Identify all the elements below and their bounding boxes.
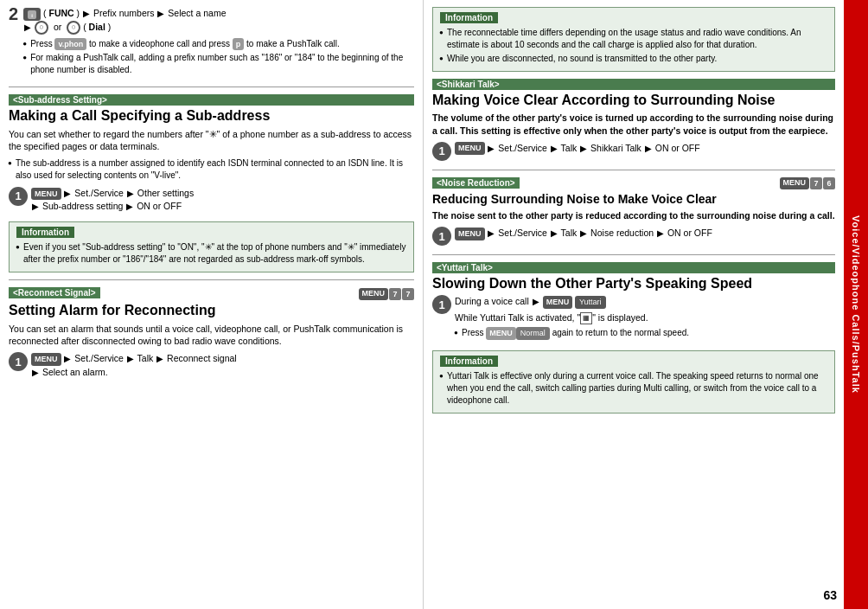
yuttari-step1-line2: While Yuttari Talk is activated, "▦" is … [455, 311, 835, 324]
noise-menu-nums: MENU 7 6 [780, 177, 836, 189]
grid-icon: ▦ [580, 312, 592, 324]
step-circle-1b: 1 [9, 352, 28, 371]
yuttari-btn: Yuttari [575, 296, 606, 309]
or-label: or [54, 22, 61, 32]
sub-address-title: Making a Call Specifying a Sub-address [9, 107, 414, 124]
num-7a: 7 [389, 288, 401, 300]
left-column: 2 i ( FUNC ) ▶ Prefix numbers ▶ Select a… [0, 0, 424, 609]
num-6a: 6 [823, 177, 835, 189]
menu-key-reconnect: MENU [359, 288, 389, 300]
info-box-1-bullet1: Even if you set "Sub-address setting" to… [23, 241, 406, 266]
reconnect-title: Setting Alarm for Reconnecting [9, 302, 414, 318]
shikkari-step1: 1 MENU ▶ Set./Service ▶ Talk ▶ Shikkari … [432, 142, 835, 161]
normal-btn: Normal [516, 327, 550, 340]
func-btn: ( FUNC ) [43, 8, 80, 18]
yuttari-title: Slowing Down the Other Party's Speaking … [432, 275, 835, 292]
reconnect-step1: 1 MENU ▶ Set./Service ▶ Talk ▶ Reconnect… [9, 352, 414, 379]
info-box-bottom: Information Yuttari Talk is effective on… [432, 350, 835, 413]
reconnect-step1-line: MENU ▶ Set./Service ▶ Talk ▶ Reconnect s… [31, 352, 414, 379]
menu-key-1c: MENU [455, 142, 485, 155]
shikkari-desc: The volume of the other party's voice is… [432, 112, 835, 137]
reconnect-step1-content: MENU ▶ Set./Service ▶ Talk ▶ Reconnect s… [31, 352, 414, 379]
shikkari-block: <Shikkari Talk> Making Voice Clear Accor… [432, 79, 835, 161]
menu-key-1b: MENU [31, 353, 61, 366]
step2-bullet1: Press v.phon to make a videophone call a… [30, 38, 414, 51]
shikkari-step1-line: MENU ▶ Set./Service ▶ Talk ▶ Shikkari Ta… [455, 142, 835, 156]
noise-step1-content: MENU ▶ Set./Service ▶ Talk ▶ Noise reduc… [455, 227, 835, 240]
info-box-1-header: Information [16, 227, 74, 238]
yuttari-step1-line1: During a voice call ▶ MENU Yuttari [455, 295, 835, 309]
sub-address-header: <Sub-address Setting> [9, 94, 414, 106]
sidebar-tab: Voice/Videophone Calls/PushTalk [844, 0, 868, 609]
dial-circle-icon: ○ [67, 21, 80, 35]
step-number-2: 2 [9, 5, 18, 22]
yuttari-step1-content: During a voice call ▶ MENU Yuttari While… [455, 295, 835, 341]
yuttari-step1: 1 During a voice call ▶ MENU Yuttari Whi… [432, 295, 835, 341]
pushtalk-btn-p: p [233, 38, 245, 51]
noise-step1: 1 MENU ▶ Set./Service ▶ Talk ▶ Noise red… [432, 227, 835, 246]
noise-reduction-header: <Noise Reduction> [432, 177, 520, 189]
sub-address-step1: 1 MENU ▶ Set./Service ▶ Other settings ▶… [9, 187, 414, 214]
step-circle-1c: 1 [432, 142, 451, 161]
step-circle-1d: 1 [432, 227, 451, 246]
noise-reduction-title: Reducing Surrounding Noise to Make Voice… [432, 192, 835, 207]
shikkari-header: <Shikkari Talk> [432, 79, 835, 90]
menu-key-1d: MENU [455, 228, 485, 240]
step2-bullet2: For making a PushTalk call, adding a pre… [30, 52, 414, 76]
info-bottom-bullet1: Yuttari Talk is effective only during a … [447, 370, 827, 407]
info-box-bottom-header: Information [440, 356, 498, 367]
select-name-label: Select a name [168, 8, 226, 18]
divider3 [432, 170, 835, 170]
prefix-numbers-label: Prefix numbers [93, 8, 155, 18]
num-7c: 7 [810, 177, 822, 189]
reconnect-header: <Reconnect Signal> [9, 287, 100, 298]
noise-step1-line: MENU ▶ Set./Service ▶ Talk ▶ Noise reduc… [455, 227, 835, 240]
step2-block: 2 i ( FUNC ) ▶ Prefix numbers ▶ Select a… [9, 7, 414, 78]
info-box-top: Information The reconnectable time diffe… [432, 7, 835, 72]
menu-key-yuttari: MENU [543, 296, 573, 309]
func-icon-btn: i [23, 8, 41, 21]
noise-reduction-desc: The noise sent to the other party is red… [432, 209, 835, 222]
menu-normal-key: MENU [486, 327, 516, 340]
step2-line1: i ( FUNC ) ▶ Prefix numbers ▶ Select a n… [23, 7, 414, 21]
divider2 [9, 279, 414, 280]
step-circle-1a: 1 [9, 187, 28, 206]
yuttari-block: <Yuttari Talk> Slowing Down the Other Pa… [432, 262, 835, 342]
info-top-bullet2: While you are disconnected, no sound is … [447, 53, 827, 65]
sub-address-bullet1: The sub-address is a number assigned to … [16, 157, 414, 182]
vphone-btn: v.phon [54, 38, 86, 51]
yuttari-bullet1: Press MENUNormal again to return to the … [462, 327, 835, 340]
sidebar-tab-label: Voice/Videophone Calls/PushTalk [851, 215, 861, 394]
dial-btn-label: ( Dial ) [83, 22, 111, 32]
info-top-bullet1: The reconnectable time differs depending… [447, 27, 827, 51]
sub-address-step1-line: MENU ▶ Set./Service ▶ Other settings ▶ S… [31, 187, 414, 214]
info-box-top-header: Information [440, 12, 498, 23]
step2-line2: ▶ ○ or ○ ( Dial ) [23, 21, 414, 35]
reconnect-block: <Reconnect Signal> MENU 7 7 Setting Alar… [9, 287, 414, 378]
step2-content: i ( FUNC ) ▶ Prefix numbers ▶ Select a n… [23, 7, 414, 78]
num-7b: 7 [402, 288, 414, 300]
right-column: Information The reconnectable time diffe… [424, 0, 844, 609]
step2-row: 2 i ( FUNC ) ▶ Prefix numbers ▶ Select a… [9, 7, 414, 78]
noise-reduction-block: <Noise Reduction> MENU 7 6 Reducing Surr… [432, 177, 835, 246]
joystick-icon: ○ [35, 21, 48, 35]
step-circle-1e: 1 [432, 295, 451, 314]
menu-key-1a: MENU [31, 188, 61, 201]
menu-key-noise: MENU [780, 177, 810, 189]
page-number: 63 [823, 587, 837, 602]
shikkari-title: Making Voice Clear According to Surround… [432, 92, 835, 108]
page-container: 2 i ( FUNC ) ▶ Prefix numbers ▶ Select a… [0, 0, 868, 609]
divider4 [432, 254, 835, 255]
sub-address-step1-content: MENU ▶ Set./Service ▶ Other settings ▶ S… [31, 187, 414, 214]
page-number-container: 63 [823, 587, 837, 602]
divider1 [9, 87, 414, 87]
reconnect-desc: You can set an alarm that sounds until a… [9, 323, 414, 348]
reconnect-menu-nums: MENU 7 7 [359, 288, 415, 300]
info-box-1: Information Even if you set "Sub-address… [9, 221, 414, 272]
yuttari-header: <Yuttari Talk> [432, 262, 835, 273]
sub-address-desc: You can set whether to regard the number… [9, 128, 414, 153]
step2-bullets: Press v.phon to make a videophone call a… [23, 38, 414, 77]
shikkari-step1-content: MENU ▶ Set./Service ▶ Talk ▶ Shikkari Ta… [455, 142, 835, 156]
sub-address-block: <Sub-address Setting> Making a Call Spec… [9, 94, 414, 213]
